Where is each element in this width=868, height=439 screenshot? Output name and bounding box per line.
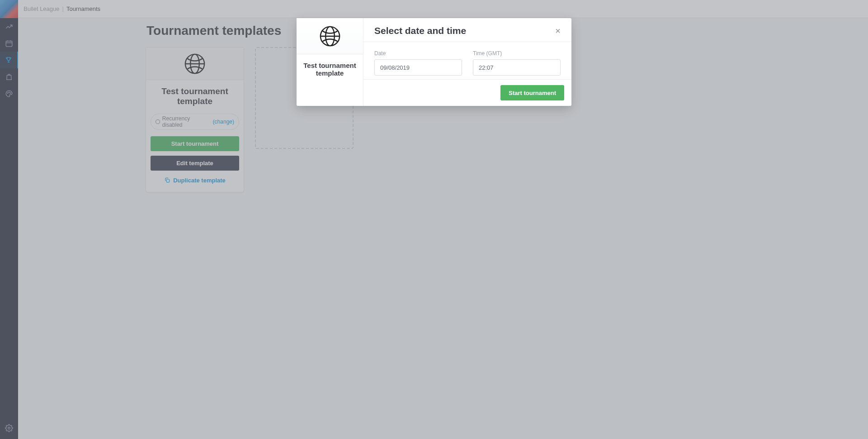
time-field: Time (GMT) [473,50,561,76]
modal-left-title: Test tournament template [297,54,363,84]
time-label: Time (GMT) [473,50,561,57]
date-label: Date [374,50,462,57]
modal-title: Select date and time [374,25,466,36]
modal-close-button[interactable]: × [555,26,561,35]
modal-left-header [297,18,363,54]
time-input[interactable] [473,59,561,76]
globe-icon [318,24,342,48]
modal-body: Date Time (GMT) [363,42,571,79]
modal-footer: Start tournament [363,79,571,106]
date-input[interactable] [374,59,462,76]
date-field: Date [374,50,462,76]
modal-start-button[interactable]: Start tournament [500,85,564,100]
datetime-modal: Test tournament template Select date and… [297,18,571,106]
modal-right-panel: Select date and time × Date Time (GMT) S… [363,18,571,106]
modal-left-panel: Test tournament template [297,18,363,106]
modal-header: Select date and time × [363,18,571,42]
